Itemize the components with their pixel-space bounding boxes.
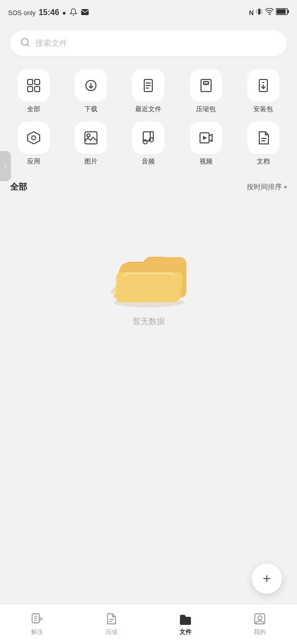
svg-rect-51: [180, 617, 191, 625]
sort-button[interactable]: 按时间排序 ▾: [247, 183, 287, 192]
download-label: 下载: [84, 105, 97, 114]
empty-state: 暂无数据: [0, 198, 297, 347]
status-sos: SOS only: [8, 9, 36, 17]
audio-icon-box: [132, 122, 164, 154]
nav-item-mine[interactable]: 我的: [240, 612, 280, 636]
sort-label: 按时间排序: [247, 183, 282, 192]
svg-rect-29: [85, 132, 97, 144]
video-label: 视频: [200, 157, 213, 166]
category-row-1: 全部 下载 最近文件: [5, 69, 292, 114]
status-dot-icon: ●: [62, 9, 66, 17]
nav-mine-label: 我的: [254, 628, 266, 636]
svg-rect-9: [277, 10, 286, 14]
nav-unzip-label: 解压: [31, 628, 43, 636]
app-label: 应用: [27, 157, 40, 166]
doc-label: 文档: [257, 157, 270, 166]
svg-text:ZIP: ZIP: [204, 82, 208, 85]
bottom-nav: 解压 压缩 文件 我的: [0, 604, 297, 644]
empty-folder-illustration: [98, 228, 199, 308]
svg-point-30: [87, 134, 90, 137]
nav-files-icon: [178, 612, 192, 626]
side-handle-arrow-icon: ›: [5, 162, 7, 170]
fab-plus-icon: +: [263, 571, 271, 587]
status-bell-icon: [69, 8, 77, 18]
svg-rect-15: [28, 87, 33, 92]
status-right: N: [249, 7, 289, 18]
category-grid: 全部 下载 最近文件: [0, 64, 297, 166]
nav-unzip-icon: [30, 612, 44, 626]
category-item-image[interactable]: 图片: [68, 122, 114, 166]
fab-add-button[interactable]: +: [252, 564, 282, 594]
nav-item-files[interactable]: 文件: [165, 612, 206, 636]
download-icon-box: [75, 69, 107, 102]
svg-rect-16: [35, 87, 40, 92]
apk-label: 安装包: [253, 105, 273, 114]
svg-rect-14: [35, 79, 40, 85]
svg-point-11: [22, 38, 28, 45]
search-bar-container: 搜索文件: [0, 25, 297, 64]
nfc-icon: N: [249, 9, 254, 17]
category-item-video[interactable]: 视频: [183, 122, 229, 166]
doc-icon-box: [247, 122, 279, 154]
category-item-download[interactable]: 下载: [68, 69, 114, 114]
status-time: 15:46: [39, 8, 59, 17]
svg-rect-13: [28, 79, 33, 85]
search-bar[interactable]: 搜索文件: [10, 30, 287, 56]
category-item-audio[interactable]: 音频: [126, 122, 171, 166]
status-bar: SOS only 15:46 ● N: [0, 0, 297, 25]
nav-files-label: 文件: [179, 628, 191, 636]
zip-label: 压缩包: [196, 105, 216, 114]
svg-marker-37: [203, 136, 207, 140]
category-item-apk[interactable]: 安装包: [241, 69, 286, 114]
image-label: 图片: [84, 157, 97, 166]
zip-icon-box: ZIP: [190, 69, 222, 102]
nav-item-unzip[interactable]: 解压: [17, 612, 57, 636]
svg-line-12: [27, 44, 29, 46]
nav-mine-icon: [253, 612, 267, 626]
section-header: 全部 按时间排序 ▾: [0, 174, 297, 198]
app-icon-box: [18, 122, 50, 154]
video-icon-box: [190, 122, 222, 154]
recent-icon-box: [132, 69, 164, 102]
empty-text: 暂无数据: [133, 316, 165, 327]
category-item-zip[interactable]: ZIP 压缩包: [183, 69, 229, 114]
category-item-all[interactable]: 全部: [11, 69, 56, 114]
sort-chevron-icon: ▾: [284, 184, 287, 191]
svg-point-28: [32, 136, 36, 140]
side-handle[interactable]: ›: [0, 151, 11, 181]
svg-point-53: [258, 616, 262, 620]
apk-icon-box: [247, 69, 279, 102]
nav-compress-label: 压缩: [106, 628, 118, 636]
status-mail-icon: [80, 8, 89, 18]
nav-compress-icon: [105, 612, 119, 626]
all-icon-box: [18, 69, 50, 102]
search-icon: [20, 37, 30, 50]
category-item-recent[interactable]: 最近文件: [126, 69, 171, 114]
nav-item-compress[interactable]: 压缩: [91, 612, 132, 636]
status-left: SOS only 15:46 ●: [8, 8, 89, 18]
search-placeholder: 搜索文件: [35, 38, 67, 49]
svg-rect-0: [258, 9, 261, 15]
svg-rect-10: [287, 10, 289, 13]
category-item-app[interactable]: 应用: [11, 122, 56, 166]
category-row-2: 应用 图片: [5, 122, 292, 166]
svg-point-7: [269, 14, 270, 15]
all-label: 全部: [27, 105, 40, 114]
image-icon-box: [75, 122, 107, 154]
wifi-icon: [265, 8, 274, 17]
vibrate-icon: [256, 7, 263, 18]
section-title: 全部: [10, 181, 27, 193]
category-item-doc[interactable]: 文档: [241, 122, 286, 166]
recent-label: 最近文件: [135, 105, 161, 114]
audio-label: 音频: [142, 157, 155, 166]
battery-icon: [276, 8, 289, 17]
